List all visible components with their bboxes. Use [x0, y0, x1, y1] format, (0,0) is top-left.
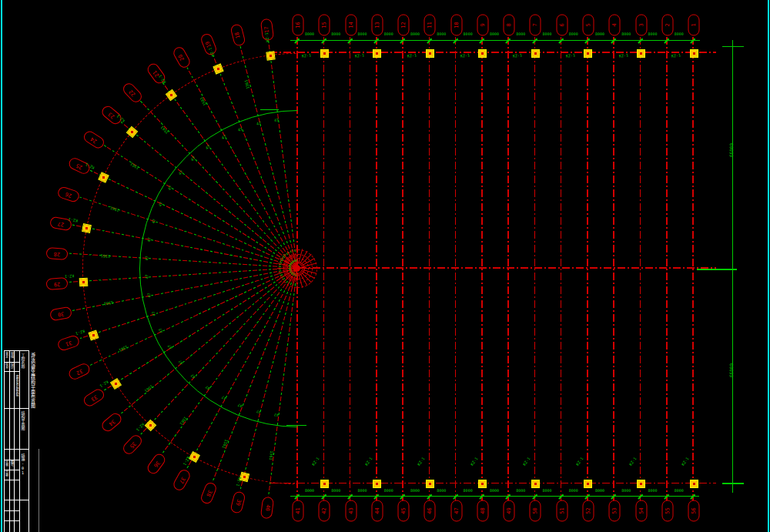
grid-bubble: 40	[260, 497, 274, 520]
bay-dimension: 8000	[595, 489, 604, 493]
column-label: KZ-1	[470, 457, 478, 467]
column-marker	[584, 480, 592, 488]
frame-line	[38, 449, 39, 532]
grid-bubble: 29	[46, 277, 69, 290]
column-label: KZ-1	[364, 457, 373, 467]
sheet-border-left	[1, 0, 2, 532]
column-label: KZ-1	[312, 457, 320, 467]
column-marker	[266, 51, 275, 60]
bay-dimension: 8000	[621, 32, 631, 36]
vertical-grid-line	[376, 23, 377, 510]
column-label: KZ-1	[65, 274, 74, 279]
arc-tick-label: 47	[274, 118, 280, 122]
bay-dimension: 8000	[648, 489, 658, 493]
right-dimension-text: 66000	[729, 363, 734, 377]
grid-bubble: 47	[450, 500, 462, 521]
grid-bubble: 18	[229, 23, 246, 47]
titleblock-row-label: 审定	[5, 352, 8, 358]
titleblock-line	[4, 510, 19, 511]
grid-bubble: 26	[56, 186, 80, 203]
bay-dimension: 8000	[410, 489, 420, 493]
titleblock-line	[4, 408, 28, 409]
grid-bubble: 45	[398, 500, 410, 521]
titleblock-no-label: 图号	[10, 460, 13, 467]
vertical-grid-line	[429, 23, 430, 510]
grid-bubble: 7	[530, 14, 541, 35]
column-marker	[426, 49, 434, 58]
radial-dimension: 1561	[101, 253, 110, 258]
column-marker	[478, 480, 487, 488]
column-label: KZ-1	[566, 53, 576, 59]
arc-tick-label: 47	[145, 274, 149, 279]
vertical-grid-line	[455, 23, 457, 510]
column-label: KZ-1	[264, 33, 269, 43]
dimension-ext	[722, 46, 744, 48]
arc-tick-label: 47	[256, 409, 261, 413]
column-label: KZ-1	[575, 457, 584, 467]
titleblock-sheet-no: 结施-01	[21, 453, 25, 475]
grid-bubble: 44	[371, 500, 383, 521]
vertical-grid-line	[613, 23, 614, 510]
dimension-arc-end-tick	[260, 109, 279, 111]
dimension-arc-end-tick	[286, 425, 306, 427]
column-label: KZ-1	[628, 457, 637, 467]
grid-bubble: 48	[477, 500, 488, 521]
vertical-grid-line	[534, 23, 536, 510]
grid-bubble: 4	[609, 14, 621, 35]
bay-dimension: 8000	[675, 32, 684, 36]
column-label: KZ-1	[75, 329, 85, 335]
grid-bubble: 12	[398, 14, 410, 35]
titleblock-line	[4, 449, 28, 450]
bay-dimension: 8000	[331, 32, 340, 36]
vertical-grid-line	[323, 23, 325, 510]
radial-dimension: 1561	[103, 300, 113, 306]
vertical-grid-line	[350, 23, 351, 510]
titleblock-project-name-label: 工程名称	[21, 353, 25, 369]
grid-bubble: 41	[293, 500, 304, 521]
vertical-grid-line	[402, 23, 403, 510]
grid-bubble: 2	[661, 14, 673, 35]
column-marker	[320, 480, 329, 488]
grid-bubble: 5	[582, 14, 594, 35]
grid-bubble: 46	[424, 500, 436, 521]
column-marker	[637, 49, 645, 58]
grid-bubble: 13	[371, 14, 383, 35]
grid-bubble: 42	[319, 500, 330, 521]
grid-bubble: 37	[171, 467, 192, 492]
grid-bubble: 55	[661, 500, 673, 521]
radial-dimension: 1561	[268, 450, 273, 460]
titleblock-design-unit: 建筑设计研究院	[15, 375, 18, 396]
bay-dimension: 8000	[569, 32, 578, 36]
center-grid-line	[299, 267, 716, 269]
vertical-grid-line	[692, 23, 694, 510]
vertical-grid-line	[587, 23, 588, 510]
titleblock-date-label: 日期	[5, 470, 8, 477]
top-grid-line	[270, 52, 716, 53]
sheet-border-right	[768, 0, 769, 532]
column-marker	[373, 480, 381, 488]
titleblock-line	[19, 350, 20, 532]
bay-dimension: 8000	[384, 489, 393, 493]
column-label: KZ-1	[618, 53, 628, 59]
titleblock-line	[4, 520, 19, 521]
column-label: KZ-1	[513, 53, 523, 59]
bay-dimension: 8000	[437, 32, 446, 36]
titleblock-row-label: 校对	[5, 363, 8, 369]
column-label: KZ-1	[417, 457, 426, 467]
column-marker	[531, 480, 540, 488]
titleblock-scale-label: 比例	[5, 460, 8, 467]
bay-dimension: 8000	[490, 32, 499, 36]
bay-dimension: 8000	[331, 489, 340, 493]
titleblock-line	[14, 350, 15, 532]
grid-bubble: 10	[450, 14, 462, 35]
titleblock-drawing-name: 结构平面图	[21, 411, 25, 430]
column-label: KZ-1	[302, 53, 312, 59]
grid-bubble: 24	[82, 129, 106, 150]
right-dimension-text: 66000	[729, 143, 734, 157]
column-marker	[690, 480, 698, 488]
bay-dimension: 8000	[516, 32, 525, 36]
grid-bubble: 38	[199, 480, 218, 505]
bottom-dimension-line	[290, 496, 699, 497]
vertical-grid-line	[640, 23, 641, 510]
vertical-grid-line	[481, 23, 483, 510]
